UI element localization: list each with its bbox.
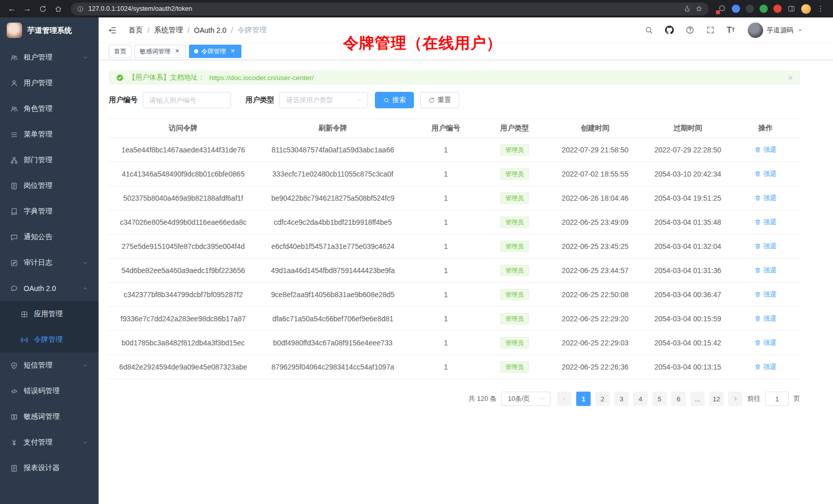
sidebar-item-report[interactable]: 报表设计器: [0, 455, 99, 481]
delete-icon: [754, 243, 761, 249]
created-time-cell: 2022-06-25 23:49:09: [546, 210, 645, 235]
sidebar-item-dept[interactable]: 部门管理: [0, 147, 99, 173]
force-logout-button[interactable]: 强退: [754, 362, 777, 372]
page-button-3[interactable]: 3: [614, 392, 629, 406]
menu-item-label: 字典管理: [24, 207, 88, 216]
expire-time-cell: 2054-03-04 01:32:04: [645, 235, 731, 259]
page-button-4[interactable]: 4: [633, 392, 648, 406]
extension-icon[interactable]: [718, 5, 726, 13]
alert-link[interactable]: https://doc.iocoder.cn/user-center/: [210, 74, 314, 82]
bookmark-star-icon[interactable]: [695, 5, 703, 12]
menu-item-label: 令牌管理: [34, 335, 88, 344]
goto-page-input[interactable]: [765, 392, 789, 406]
force-logout-button[interactable]: 强退: [754, 218, 777, 227]
browser-menu-icon[interactable]: [817, 5, 825, 13]
tab-close-icon[interactable]: ×: [229, 48, 236, 55]
breadcrumb-item-token: 令牌管理: [238, 26, 267, 35]
extension-icon[interactable]: [760, 5, 768, 13]
sidebar-item-app[interactable]: 应用管理: [0, 301, 99, 327]
app-logo-row[interactable]: 芋道管理系统: [0, 17, 99, 43]
force-logout-button[interactable]: 强退: [754, 266, 777, 275]
sidebar-item-sensitive[interactable]: 敏感词管理: [0, 404, 99, 430]
sidebar-item-errcode[interactable]: 错误码管理: [0, 378, 99, 404]
browser-profile-avatar[interactable]: [801, 4, 811, 14]
extension-icon[interactable]: [732, 5, 740, 13]
tab-home[interactable]: 首页: [109, 45, 131, 58]
force-logout-button[interactable]: 强退: [754, 169, 777, 179]
reset-button[interactable]: 重置: [420, 92, 459, 108]
sidebar-item-audit[interactable]: 审计日志: [0, 250, 99, 276]
access-token-cell: 502375b8040a469a9b82188afdf6af1f: [109, 186, 257, 210]
user-type-cell: 管理员: [484, 235, 546, 259]
back-icon[interactable]: ←: [5, 2, 18, 15]
reload-icon[interactable]: [36, 2, 49, 15]
tab-sensitive[interactable]: 敏感词管理×: [135, 45, 186, 58]
page-size-select[interactable]: 10条/页: [501, 392, 551, 406]
sidebar-item-post[interactable]: 岗位管理: [0, 173, 99, 199]
menu-item-label: 报表设计器: [24, 463, 88, 473]
github-icon[interactable]: [660, 22, 678, 39]
search-icon[interactable]: [640, 22, 657, 39]
share-icon[interactable]: [684, 5, 691, 12]
forward-icon[interactable]: →: [21, 2, 34, 15]
sidebar-item-role[interactable]: 角色管理: [0, 96, 99, 122]
page-more-button[interactable]: ...: [690, 392, 705, 406]
site-info-icon[interactable]: [77, 6, 84, 12]
breadcrumb-item-oauth[interactable]: OAuth 2.0: [194, 26, 226, 34]
tab-token[interactable]: 令牌管理×: [189, 45, 241, 58]
address-bar[interactable]: 127.0.0.1:1024/system/oauth2/token: [71, 3, 709, 15]
page-button-12[interactable]: 12: [709, 392, 724, 406]
sidebar-item-sms[interactable]: 短信管理: [0, 353, 99, 378]
force-logout-button[interactable]: 强退: [754, 145, 777, 154]
force-logout-button[interactable]: 强退: [754, 193, 777, 203]
user-id-cell: 1: [408, 138, 484, 162]
extension-icon[interactable]: [746, 5, 754, 13]
user-id-label: 用户编号: [109, 95, 138, 105]
side-panel-icon[interactable]: [787, 5, 796, 13]
next-page-button[interactable]: [728, 392, 743, 406]
font-size-icon[interactable]: TT: [722, 22, 740, 39]
force-logout-button[interactable]: 强退: [754, 314, 777, 323]
user-menu[interactable]: 芋道源码: [748, 23, 803, 38]
fullscreen-icon[interactable]: [702, 22, 719, 39]
delete-icon: [754, 170, 761, 177]
force-logout-button[interactable]: 强退: [754, 242, 777, 251]
chevron-down-icon: [356, 97, 363, 103]
user-type-select[interactable]: 请选择用户类型: [279, 92, 368, 108]
menu-item-label: 敏感词管理: [24, 412, 88, 421]
table-row: b0d1785bc3a8482f812db4a3f3bd15ecb0df4980…: [109, 331, 800, 355]
search-button[interactable]: 搜索: [375, 92, 414, 108]
page-button-2[interactable]: 2: [595, 392, 610, 406]
sidebar-menu: 租户管理用户管理角色管理菜单管理部门管理岗位管理字典管理通知公告审计日志OAut…: [0, 43, 99, 504]
page-button-6[interactable]: 6: [671, 392, 686, 406]
sidebar-item-dict[interactable]: 字典管理: [0, 199, 99, 224]
access-token-cell: b0d1785bc3a8482f812db4a3f3bd15ec: [109, 331, 257, 355]
page-button-5[interactable]: 5: [652, 392, 667, 406]
breadcrumb-item-home[interactable]: 首页: [128, 26, 143, 35]
prev-page-button[interactable]: [557, 392, 572, 406]
home-icon[interactable]: [51, 2, 65, 15]
sidebar-item-menu[interactable]: 菜单管理: [0, 122, 99, 147]
user-type-cell: 管理员: [484, 162, 546, 186]
sidebar-item-token[interactable]: 令牌管理: [0, 327, 99, 353]
columns-icon: [10, 413, 18, 421]
menu-item-label: 部门管理: [24, 156, 88, 165]
page-button-1[interactable]: 1: [576, 392, 591, 406]
yen-icon: [10, 439, 18, 447]
force-logout-button[interactable]: 强退: [754, 338, 777, 347]
breadcrumb-item-system[interactable]: 系统管理: [154, 26, 183, 35]
user-id-input[interactable]: [143, 92, 231, 108]
force-logout-button[interactable]: 强退: [754, 290, 777, 299]
sidebar-item-notice[interactable]: 通知公告: [0, 224, 99, 250]
sidebar-item-tenant[interactable]: 租户管理: [0, 45, 99, 70]
sidebar-item-user[interactable]: 用户管理: [0, 70, 99, 96]
help-icon[interactable]: [681, 22, 698, 39]
menu-item-label: OAuth 2.0: [24, 284, 77, 293]
extension-icon[interactable]: [773, 5, 782, 13]
sidebar-item-pay[interactable]: 支付管理: [0, 430, 99, 455]
refresh-token-cell: cdfc4ce9c2da4bb1bdf21b9918ff4be5: [257, 210, 408, 235]
tab-close-icon[interactable]: ×: [174, 48, 181, 55]
sidebar-collapse-button[interactable]: [106, 24, 119, 37]
sidebar-item-oauth2[interactable]: OAuth 2.0: [0, 276, 99, 301]
alert-close-icon[interactable]: ×: [788, 73, 793, 82]
